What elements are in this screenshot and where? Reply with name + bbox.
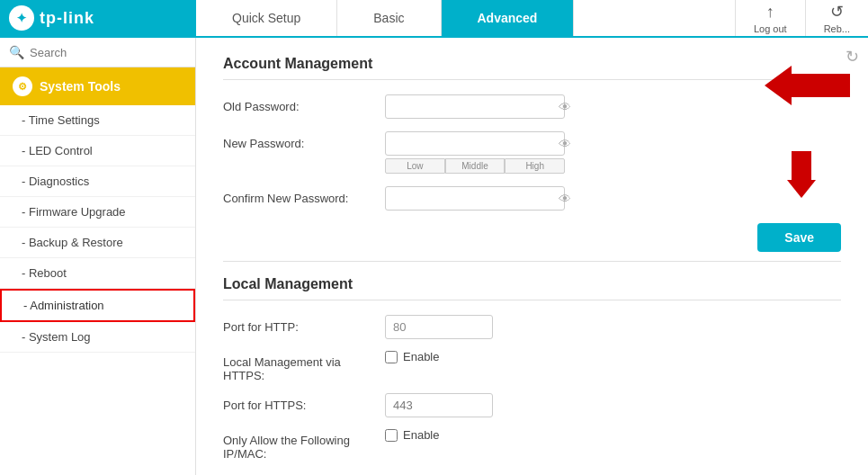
sidebar-item-backup-restore[interactable]: - Backup & Restore	[0, 228, 195, 258]
arrow-left-body	[792, 74, 850, 97]
port-http-group: Port for HTTP:	[223, 315, 841, 339]
logo-text: tp-link	[40, 9, 94, 28]
header: ✦ tp-link Quick Setup Basic Advanced ↑ L…	[0, 0, 868, 38]
gear-icon: ⚙	[18, 81, 27, 93]
old-password-toggle-icon[interactable]: 👁	[551, 100, 578, 114]
ip-mac-label: Only Allow the Following IP/MAC:	[223, 428, 385, 461]
logout-label: Log out	[754, 23, 787, 34]
old-password-group: Old Password: 👁	[223, 94, 841, 119]
search-icon: 🔍	[9, 45, 24, 59]
main-layout: 🔍 ⚙ System Tools - Time Settings - LED C…	[0, 38, 868, 475]
old-password-input[interactable]	[386, 95, 551, 118]
sidebar-item-firmware-upgrade[interactable]: - Firmware Upgrade	[0, 197, 195, 228]
password-strength-bar: Low Middle High	[385, 158, 565, 174]
sidebar: 🔍 ⚙ System Tools - Time Settings - LED C…	[0, 38, 196, 475]
port-https-input[interactable]	[385, 393, 493, 417]
arrow-down-body	[792, 151, 811, 180]
logo-icon-inner: ✦	[16, 11, 27, 25]
port-https-label: Port for HTTPS:	[223, 393, 385, 412]
via-https-label: Local Management via HTTPS:	[223, 350, 385, 382]
logo-icon: ✦	[9, 5, 34, 31]
reboot-button[interactable]: ↺ Reb...	[805, 0, 868, 36]
via-https-checkbox[interactable]	[385, 351, 398, 363]
logout-icon: ↑	[766, 3, 774, 22]
red-arrow-left	[765, 66, 850, 105]
nav-tabs: Quick Setup Basic Advanced	[196, 0, 735, 36]
confirm-password-toggle-icon[interactable]: 👁	[551, 192, 578, 206]
sidebar-item-system-log[interactable]: - System Log	[0, 322, 195, 353]
local-management-title: Local Management	[223, 276, 841, 300]
arrow-left-head	[765, 66, 792, 105]
section-separator	[223, 261, 841, 262]
sidebar-item-diagnostics[interactable]: - Diagnostics	[0, 166, 195, 197]
arrow-down-head	[787, 180, 816, 198]
search-input[interactable]	[30, 46, 186, 59]
new-password-toggle-icon[interactable]: 👁	[551, 137, 578, 151]
old-password-label: Old Password:	[223, 94, 385, 113]
content-area: ↻ Account Management Old Password: 👁 New…	[196, 38, 868, 475]
save-area: Save	[223, 223, 841, 252]
save-button[interactable]: Save	[757, 223, 841, 252]
system-tools-icon: ⚙	[13, 76, 32, 96]
new-password-label: New Password:	[223, 131, 385, 150]
account-management-section: Account Management Old Password: 👁 New P…	[223, 56, 841, 252]
header-actions: ↑ Log out ↺ Reb...	[735, 0, 868, 36]
confirm-password-label: Confirm New Password:	[223, 186, 385, 205]
reboot-label: Reb...	[824, 23, 850, 34]
sidebar-section-label: System Tools	[40, 79, 121, 94]
sidebar-item-time-settings[interactable]: - Time Settings	[0, 105, 195, 136]
new-password-group: New Password: 👁 Low Middle High	[223, 131, 841, 174]
strength-high: High	[505, 158, 565, 174]
logout-button[interactable]: ↑ Log out	[735, 0, 805, 36]
strength-low: Low	[385, 158, 445, 174]
reboot-icon: ↺	[830, 2, 844, 22]
tab-basic[interactable]: Basic	[337, 0, 441, 36]
ip-mac-checkbox[interactable]	[385, 429, 398, 442]
sidebar-item-administration[interactable]: - Administration	[0, 289, 195, 322]
search-box: 🔍	[0, 38, 195, 67]
confirm-password-input-wrap: 👁	[385, 186, 565, 211]
sidebar-item-reboot[interactable]: - Reboot	[0, 258, 195, 289]
ip-mac-enable-text: Enable	[403, 428, 439, 442]
port-http-input[interactable]	[385, 315, 493, 339]
sidebar-item-led-control[interactable]: - LED Control	[0, 136, 195, 166]
port-http-label: Port for HTTP:	[223, 315, 385, 334]
strength-middle: Middle	[445, 158, 506, 174]
new-password-control-wrap: 👁 Low Middle High	[385, 131, 565, 174]
new-password-input-wrap: 👁	[385, 131, 565, 156]
local-management-section: Local Management Port for HTTP: Local Ma…	[223, 276, 841, 461]
tab-quick-setup[interactable]: Quick Setup	[196, 0, 337, 36]
confirm-password-group: Confirm New Password: 👁	[223, 186, 841, 211]
old-password-input-wrap: 👁	[385, 94, 565, 119]
ip-mac-enable-label[interactable]: Enable	[385, 428, 439, 442]
via-https-enable-label[interactable]: Enable	[385, 350, 439, 363]
new-password-input[interactable]	[386, 132, 551, 155]
tab-advanced[interactable]: Advanced	[442, 0, 575, 36]
via-https-group: Local Management via HTTPS: Enable	[223, 350, 841, 382]
account-management-title: Account Management	[223, 56, 841, 80]
logo-area: ✦ tp-link	[0, 0, 196, 36]
ip-mac-group: Only Allow the Following IP/MAC: Enable	[223, 428, 841, 461]
confirm-password-input[interactable]	[386, 187, 551, 210]
page-refresh-icon[interactable]: ↻	[846, 47, 859, 67]
via-https-enable-text: Enable	[403, 350, 439, 363]
sidebar-section-system-tools[interactable]: ⚙ System Tools	[0, 67, 195, 105]
red-arrow-down	[787, 151, 816, 198]
port-https-group: Port for HTTPS:	[223, 393, 841, 417]
